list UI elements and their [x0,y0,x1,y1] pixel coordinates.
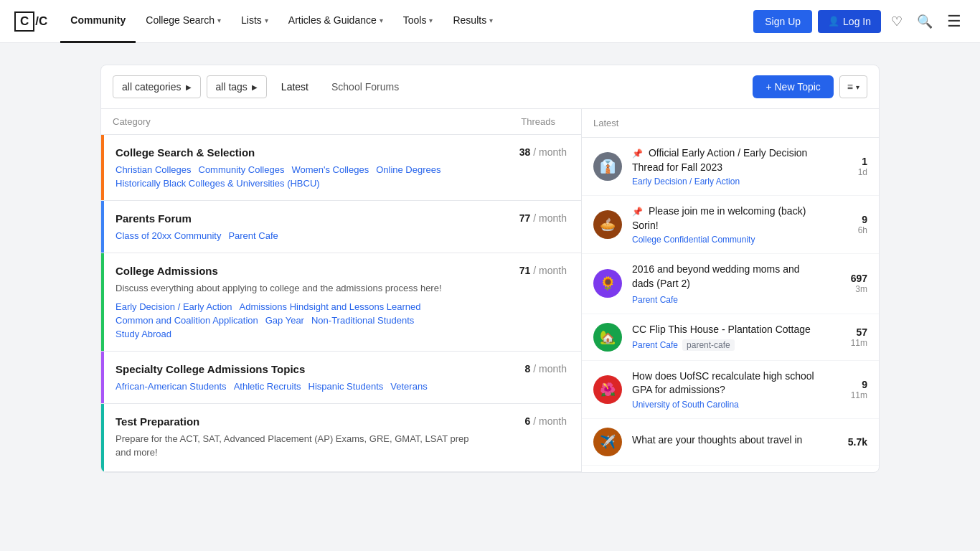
signup-button[interactable]: Sign Up [753,10,812,33]
tag-online-degrees[interactable]: Online Degrees [376,164,440,175]
post-title-1[interactable]: 📌 Official Early Action / Early Decision… [632,146,817,174]
post-title-2[interactable]: 📌 Please join me in welcoming (back) Sor… [632,204,817,232]
post-category-5[interactable]: University of South Carolina [632,400,817,410]
post-replies-6: 5.7k [824,436,867,448]
threads-count-admissions: 71 / month [519,265,567,276]
nav-lists-arrow: ▾ [265,17,268,24]
categories-section: Category Threads College Search & Select… [101,109,582,472]
post-title-5[interactable]: How does UofSC recalculate high school G… [632,369,817,397]
cat-threads-parents: 77 / month [481,201,581,253]
nav-community-label: Community [70,14,126,26]
avatar-emoji-5: 🌺 [600,382,616,397]
tag-study-abroad[interactable]: Study Abroad [116,329,171,339]
threads-unit: / month [533,146,567,158]
nav-item-community[interactable]: Community [60,0,136,43]
all-tags-filter[interactable]: all tags ▶ [207,75,267,98]
tag-ea-ed[interactable]: Early Decision / Early Action [116,301,232,312]
latest-post-5[interactable]: 🌺 How does UofSC recalculate high school… [582,361,879,419]
view-dropdown-arrow: ▾ [856,83,859,91]
logo[interactable]: C/C [14,11,47,32]
all-categories-filter[interactable]: all categories ▶ [113,75,201,98]
cat-name-college-search[interactable]: College Search & Selection [116,146,469,159]
cat-threads-test-prep: 6 / month [481,404,581,471]
pin-icon-1: 📌 [632,149,643,159]
post-category-3[interactable]: Parent Cafe [632,295,678,305]
post-stats-1: 1 1d [824,156,867,177]
threads-num-admissions: 71 [519,265,531,276]
post-stats-4: 57 11m [824,326,867,348]
post-category-2[interactable]: College Confidential Community [632,235,817,245]
pin-icon-2: 📌 [632,207,643,217]
latest-section-header: Latest [582,109,879,138]
latest-post-4[interactable]: 🏡 CC Flip This House - Plantation Cottag… [582,314,879,361]
post-info-2: 📌 Please join me in welcoming (back) Sor… [632,204,817,245]
login-button[interactable]: 👤 Log In [818,10,881,33]
nav-item-tools[interactable]: Tools ▾ [393,0,443,43]
tag-common-app[interactable]: Common and Coalition Application [116,315,258,326]
nav-item-lists[interactable]: Lists ▾ [231,0,278,43]
tag-hbcu[interactable]: Historically Black Colleges & Universiti… [116,178,320,189]
cat-content-college-search: College Search & Selection Christian Col… [104,135,481,200]
threads-count-parents: 77 / month [519,212,567,224]
cat-name-test-prep[interactable]: Test Preparation [116,415,469,428]
tag-gap-year[interactable]: Gap Year [265,315,304,326]
post-replies-1: 1 [824,156,867,167]
cat-content-specialty: Specialty College Admissions Topics Afri… [104,352,481,403]
threads-num-parents: 77 [519,212,531,224]
latest-post-2[interactable]: 🥧 📌 Please join me in welcoming (back) S… [582,196,879,254]
post-time-3: 3m [824,284,867,294]
post-meta-4: Parent Cafe parent-cafe [632,339,817,351]
post-info-4: CC Flip This House - Plantation Cottage … [632,323,817,351]
post-category-1[interactable]: Early Decision / Early Action [632,176,817,187]
post-time-5: 11m [824,390,867,400]
latest-post-3[interactable]: 🌻 2016 and beyond wedding moms and dads … [582,254,879,314]
post-category-4[interactable]: Parent Cafe [632,340,678,350]
latest-post-1[interactable]: 👔 📌 Official Early Action / Early Decisi… [582,138,879,196]
tag-athletic[interactable]: Athletic Recruits [234,381,301,392]
nav-tools-label: Tools [403,14,427,26]
cat-threads-college-search: 38 / month [481,135,581,200]
nav-results-label: Results [453,14,486,26]
tag-womens-colleges[interactable]: Women's Colleges [291,164,369,175]
latest-section: Latest 👔 📌 Official Early Action / Early… [582,109,879,472]
cat-tags-parents: Class of 20xx Community Parent Cafe [116,230,469,241]
nav-item-articles[interactable]: Articles & Guidance ▾ [278,0,393,43]
tag-african-american[interactable]: African-American Students [116,381,227,392]
tag-hispanic[interactable]: Hispanic Students [308,381,384,392]
tag-hindsight[interactable]: Admissions Hindsight and Lessons Learned [240,301,421,312]
post-title-6[interactable]: What are your thoughts about travel in [632,433,817,448]
cat-desc-test-prep: Prepare for the ACT, SAT, Advanced Place… [116,432,469,460]
tag-parent-cafe[interactable]: Parent Cafe [228,230,278,241]
avatar-emoji-3: 🌻 [600,276,616,291]
tab-school-forums[interactable]: School Forums [323,75,407,98]
view-toggle-button[interactable]: ≡ ▾ [839,75,867,98]
favorites-button[interactable]: ♡ [887,9,907,34]
post-info-1: 📌 Official Early Action / Early Decision… [632,146,817,187]
latest-post-6[interactable]: ✈️ What are your thoughts about travel i… [582,419,879,466]
all-categories-label: all categories [122,81,182,93]
tab-latest[interactable]: Latest [273,75,317,98]
nav-item-college-search[interactable]: College Search ▾ [136,0,231,43]
post-title-3[interactable]: 2016 and beyond wedding moms and dads (P… [632,263,817,291]
tag-community-colleges[interactable]: Community Colleges [199,164,285,175]
cat-tags-specialty: African-American Students Athletic Recru… [116,381,469,392]
cat-name-parents[interactable]: Parents Forum [116,212,469,225]
avatar-4: 🏡 [593,323,622,352]
avatar-3: 🌻 [593,269,622,298]
cat-threads-admissions: 71 / month [481,253,581,351]
nav-item-results[interactable]: Results ▾ [443,0,503,43]
tag-class-20xx[interactable]: Class of 20xx Community [116,230,221,241]
cat-name-specialty[interactable]: Specialty College Admissions Topics [116,363,469,375]
new-topic-button[interactable]: + New Topic [753,75,833,98]
tag-veterans[interactable]: Veterans [390,381,427,392]
toolbar-left: all categories ▶ all tags ▶ Latest Schoo… [113,75,747,98]
threads-count-test-prep: 6 / month [525,415,567,427]
post-stats-6: 5.7k [824,436,867,448]
search-button[interactable]: 🔍 [913,9,937,34]
cat-name-admissions[interactable]: College Admissions [116,265,469,277]
post-title-4[interactable]: CC Flip This House - Plantation Cottage [632,323,817,337]
tag-non-trad[interactable]: Non-Traditional Students [311,315,414,326]
avatar-emoji-1: 👔 [600,159,616,174]
menu-button[interactable]: ☰ [943,8,966,35]
tag-christian-colleges[interactable]: Christian Colleges [116,164,192,175]
